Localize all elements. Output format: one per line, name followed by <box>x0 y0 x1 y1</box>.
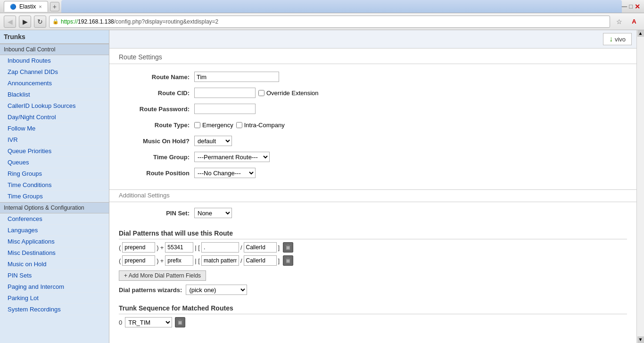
sidebar-item-queues[interactable]: Queues <box>0 157 109 168</box>
inbound-call-control-header: Inbound Call Control <box>0 44 109 55</box>
sidebar-title: Trunks <box>0 30 109 44</box>
route-position-select[interactable]: ---No Change--- <box>194 168 256 178</box>
sidebar-item-languages[interactable]: Languages <box>0 225 109 236</box>
addon-icon[interactable]: A <box>628 16 640 28</box>
delete-pattern-1-button[interactable] <box>283 242 293 253</box>
sidebar-item-misc-applications[interactable]: Misc Applications <box>0 236 109 247</box>
url-domain: 192.168.1.138 <box>78 18 114 25</box>
svg-rect-13 <box>177 320 183 321</box>
intra-company-checkbox[interactable] <box>236 122 242 128</box>
browser-tab[interactable]: 🔵 Elastix × <box>4 1 48 12</box>
scrollbar[interactable]: ▲ ▼ <box>636 30 644 343</box>
dial-patterns-section: Dial Patterns that will use this Route (… <box>109 225 636 300</box>
svg-rect-2 <box>287 244 289 245</box>
pattern-pipe-1: | [ <box>195 244 200 251</box>
trash-icon-trunk <box>177 319 183 326</box>
sidebar-item-callerid-lookup-sources[interactable]: CallerID Lookup Sources <box>0 100 109 112</box>
sidebar-item-system-recordings[interactable]: System Recordings <box>0 304 109 315</box>
back-button[interactable]: ◀ <box>4 16 16 28</box>
prefix-input-1[interactable] <box>165 242 193 253</box>
bookmark-star-icon[interactable]: ☆ <box>613 16 625 28</box>
route-password-label: Route Password: <box>119 106 194 113</box>
dial-wizards-row: Dial patterns wizards: (pick one) <box>119 285 627 295</box>
sidebar-item-paging-and-intercom[interactable]: Paging and Intercom <box>0 281 109 293</box>
route-name-input[interactable] <box>194 72 279 82</box>
route-password-input[interactable] <box>194 104 256 114</box>
emergency-label[interactable]: Emergency <box>194 122 233 129</box>
close-button[interactable]: ✕ <box>635 3 640 10</box>
emergency-checkbox[interactable] <box>194 122 200 128</box>
sidebar-item-pin-sets[interactable]: PIN Sets <box>0 270 109 281</box>
dial-wizards-label: Dial patterns wizards: <box>119 286 182 294</box>
sidebar-item-follow-me[interactable]: Follow Me <box>0 123 109 134</box>
route-name-label: Route Name: <box>119 74 194 81</box>
sidebar-item-time-conditions[interactable]: Time Conditions <box>0 180 109 191</box>
intra-company-label[interactable]: Intra-Company <box>236 122 285 129</box>
prepend-input-1[interactable] <box>122 242 155 253</box>
time-group-select[interactable]: ---Permanent Route--- <box>194 152 270 162</box>
main-layout: Trunks Inbound Call Control Inbound Rout… <box>0 30 644 343</box>
pattern-paren-close-2: ) <box>157 257 158 264</box>
pattern-paren-open-2: ( <box>119 257 121 264</box>
refresh-button[interactable]: ↻ <box>34 16 46 28</box>
browser-toolbar: ◀ ▶ ↻ 🔒 https://192.168.1.138/config.php… <box>0 13 644 30</box>
match-input-2[interactable] <box>201 255 239 266</box>
prefix-input-2[interactable] <box>165 255 193 266</box>
time-group-row: Time Group: ---Permanent Route--- <box>119 151 627 163</box>
minimize-button[interactable]: ─ <box>622 2 627 11</box>
sidebar-item-parking-lot[interactable]: Parking Lot <box>0 293 109 304</box>
url-path: /config.php?display=routing&extdisplay=2 <box>114 18 218 25</box>
route-position-row: Route Position ---No Change--- <box>119 167 627 179</box>
address-bar[interactable]: 🔒 https://192.168.1.138/config.php?displ… <box>49 16 610 28</box>
form-area: Route Name: Route CID: Override Extensio… <box>109 69 636 185</box>
vivo-button[interactable]: ↓ vivo <box>603 33 632 45</box>
sidebar-item-day-night-control[interactable]: Day/Night Control <box>0 112 109 123</box>
callerid-input-1[interactable] <box>244 242 277 253</box>
sidebar: Trunks Inbound Call Control Inbound Rout… <box>0 30 109 343</box>
sidebar-item-time-groups[interactable]: Time Groups <box>0 191 109 202</box>
override-extension-checkbox[interactable] <box>258 90 264 96</box>
pattern-plus-1: + <box>160 244 164 251</box>
lock-icon: 🔒 <box>52 18 59 24</box>
sidebar-item-conferences[interactable]: Conferences <box>0 213 109 225</box>
browser-titlebar: 🔵 Elastix × + ─ □ ✕ <box>0 0 644 13</box>
sidebar-item-music-on-hold[interactable]: Music on Hold <box>0 259 109 270</box>
delete-trunk-0-button[interactable] <box>175 317 185 327</box>
sidebar-item-queue-priorities[interactable]: Queue Priorities <box>0 146 109 157</box>
sidebar-item-announcements[interactable]: Announcements <box>0 78 109 89</box>
delete-pattern-2-button[interactable] <box>283 255 293 266</box>
svg-rect-7 <box>285 258 291 259</box>
callerid-input-2[interactable] <box>244 255 277 266</box>
sidebar-item-ring-groups[interactable]: Ring Groups <box>0 168 109 180</box>
pattern-row-2: ( ) + | [ / ] <box>119 255 627 266</box>
sidebar-item-zap-channel-dids[interactable]: Zap Channel DIDs <box>0 66 109 78</box>
tab-close-button[interactable]: × <box>39 4 41 9</box>
override-extension-label[interactable]: Override Extension <box>258 90 319 97</box>
prepend-input-2[interactable] <box>122 255 155 266</box>
route-cid-input[interactable] <box>194 88 256 98</box>
svg-rect-14 <box>179 319 181 320</box>
svg-rect-1 <box>285 245 291 246</box>
route-type-label: Route Type: <box>119 122 194 129</box>
trunk-select-0[interactable]: TR_TIM <box>125 317 172 327</box>
sidebar-item-blacklist[interactable]: Blacklist <box>0 89 109 100</box>
scrollbar-down-button[interactable]: ▼ <box>637 336 644 343</box>
sidebar-item-misc-destinations[interactable]: Misc Destinations <box>0 247 109 259</box>
forward-button[interactable]: ▶ <box>19 16 31 28</box>
url-https: https:// <box>61 18 78 25</box>
add-more-patterns-button[interactable]: + Add More Dial Pattern Fields <box>119 270 206 281</box>
pin-set-select[interactable]: None <box>194 208 232 218</box>
music-on-hold-row: Music On Hold? default <box>119 135 627 147</box>
internal-options-header: Internal Options & Configuration <box>0 202 109 213</box>
trunk-sequence-section: Trunk Sequence for Matched Routes 0 TR_T… <box>109 300 636 332</box>
scrollbar-up-button[interactable]: ▲ <box>637 30 644 37</box>
sidebar-item-inbound-routes[interactable]: Inbound Routes <box>0 55 109 66</box>
music-on-hold-select[interactable]: default <box>194 136 232 146</box>
new-tab-button[interactable]: + <box>50 2 59 11</box>
sidebar-item-ivr[interactable]: IVR <box>0 134 109 146</box>
pattern-row-1: ( ) + | [ / ] <box>119 242 627 253</box>
dial-wizards-select[interactable]: (pick one) <box>186 285 247 295</box>
maximize-button[interactable]: □ <box>629 3 633 10</box>
match-input-1[interactable] <box>201 242 239 253</box>
pattern-bracket-close-1: ] <box>278 244 280 251</box>
